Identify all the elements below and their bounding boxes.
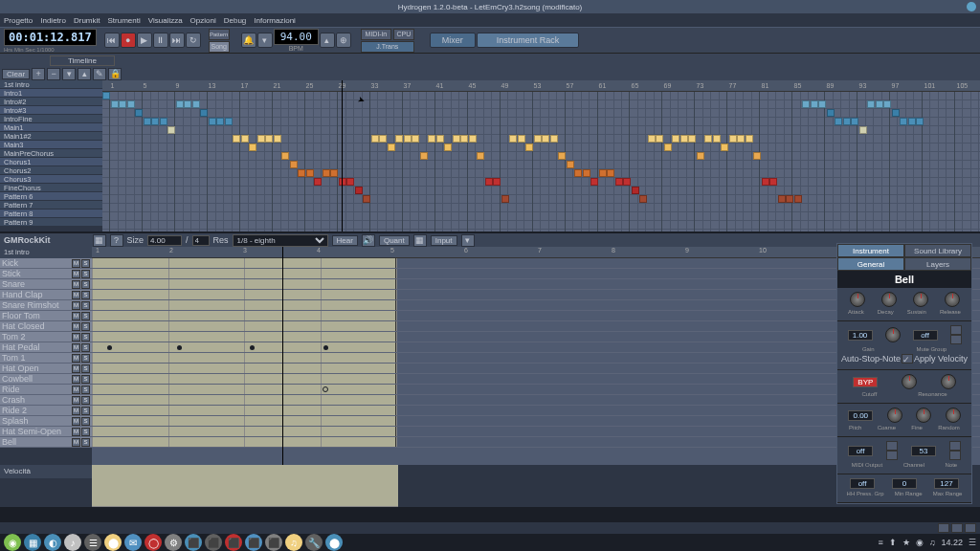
auto-stop-checkbox[interactable]: ✓ [902, 354, 913, 364]
add-pattern-button[interactable]: + [32, 68, 45, 80]
song-cell[interactable] [827, 109, 835, 117]
song-cell[interactable] [225, 118, 233, 125]
taskbar-app-icon[interactable]: ⬛ [205, 534, 222, 551]
play-button[interactable]: ▶ [137, 33, 152, 48]
bpm-up-button[interactable]: ▴ [320, 33, 335, 48]
song-cell[interactable] [802, 100, 810, 108]
pattern-row[interactable]: Main3 [0, 141, 102, 149]
pattern-row[interactable]: Main1 [0, 123, 102, 132]
sustain-knob[interactable] [913, 292, 928, 307]
instrument-row[interactable]: SplashMS [0, 416, 92, 427]
mute-group-up[interactable] [950, 325, 962, 335]
song-cell[interactable] [200, 109, 208, 117]
size-input[interactable] [147, 235, 182, 246]
tray-menu-icon[interactable]: ☰ [969, 538, 976, 547]
taskbar-app-icon[interactable]: ♫ [285, 534, 302, 551]
song-cell[interactable] [501, 195, 509, 203]
input-button[interactable]: Input [431, 235, 457, 246]
resolution-select[interactable]: 1/8 - eighth [233, 234, 328, 247]
pattern-note[interactable] [177, 345, 182, 350]
taskbar-app-icon[interactable]: 🔧 [305, 534, 323, 551]
song-cell[interactable] [615, 178, 623, 186]
song-cell[interactable] [534, 135, 542, 143]
song-cell[interactable] [257, 135, 265, 143]
song-cell[interactable] [339, 178, 346, 186]
taskbar-app-icon[interactable]: ⬛ [185, 534, 202, 551]
tray-icon[interactable]: ⬆ [889, 538, 897, 547]
song-cell[interactable] [786, 195, 793, 203]
song-cell[interactable] [859, 126, 867, 134]
taskbar-app-icon[interactable]: ◐ [44, 534, 61, 551]
midi-out-value[interactable]: off [848, 446, 873, 456]
song-cell[interactable] [908, 118, 916, 125]
song-cell[interactable] [371, 135, 379, 143]
song-cell[interactable] [656, 135, 663, 143]
instrument-row[interactable]: CowbellMS [0, 374, 92, 385]
song-cell[interactable] [290, 161, 298, 168]
song-cell[interactable] [135, 109, 143, 117]
size-beats-input[interactable] [192, 235, 210, 246]
song-cell[interactable] [314, 178, 322, 186]
instrument-row[interactable]: Tom 1MS [0, 353, 92, 364]
solo-button[interactable]: S [81, 301, 90, 310]
song-cell[interactable] [274, 135, 281, 143]
song-cell[interactable] [818, 100, 826, 108]
instrument-row[interactable]: Hat PedalMS [0, 342, 92, 353]
song-cell[interactable] [160, 118, 167, 125]
song-cell[interactable] [648, 135, 656, 143]
song-cell[interactable] [680, 135, 688, 143]
song-cell[interactable] [574, 169, 582, 177]
random-knob[interactable] [946, 408, 961, 423]
song-cell[interactable] [664, 143, 672, 151]
song-cell[interactable] [395, 135, 403, 143]
menu-options[interactable]: Opzioni [190, 16, 216, 25]
solo-button[interactable]: S [81, 428, 90, 436]
mute-group-value[interactable]: off [913, 330, 938, 341]
song-cell[interactable] [453, 135, 460, 143]
song-cell[interactable] [477, 152, 484, 160]
solo-button[interactable]: S [81, 291, 90, 299]
taskbar-app-icon[interactable]: ⬤ [325, 534, 343, 551]
song-cell[interactable] [567, 161, 574, 168]
song-cell[interactable] [306, 169, 314, 177]
song-cell[interactable] [778, 195, 786, 203]
hear-button[interactable]: Hear [332, 235, 358, 246]
solo-button[interactable]: S [81, 438, 90, 447]
bypass-button[interactable]: BYP [853, 377, 878, 387]
song-cell[interactable] [363, 195, 370, 203]
move-down-button[interactable]: ▾ [62, 68, 76, 80]
song-cell[interactable] [281, 152, 289, 160]
instrument-row[interactable]: Ride 2MS [0, 406, 92, 416]
taskbar-app-icon[interactable]: ⬛ [265, 534, 282, 551]
instrument-row[interactable]: BellMS [0, 437, 92, 448]
lock-button[interactable]: 🔒 [108, 68, 122, 80]
song-cell[interactable] [753, 152, 761, 160]
song-cell[interactable] [916, 118, 924, 125]
max-range-value[interactable]: 127 [934, 478, 959, 489]
song-ruler[interactable]: 1591317212529333741454953576165697377818… [102, 80, 980, 92]
song-cell[interactable] [876, 100, 883, 108]
instrument-row[interactable]: Floor TomMS [0, 311, 92, 321]
song-cell[interactable] [583, 169, 590, 177]
song-cell[interactable] [460, 135, 468, 143]
tap-button[interactable]: ⊕ [336, 33, 351, 48]
song-cell[interactable] [436, 135, 444, 143]
solo-button[interactable]: S [81, 354, 90, 363]
layers-tab[interactable]: Layers [904, 257, 971, 271]
song-cell[interactable] [542, 135, 549, 143]
jack-transport-button[interactable]: J.Trans [361, 41, 414, 53]
pattern-row[interactable]: IntroFine [0, 115, 102, 123]
taskbar-app-icon[interactable]: ⬤ [104, 534, 122, 551]
solo-button[interactable]: S [81, 396, 90, 405]
song-cell[interactable] [144, 118, 151, 125]
hh-group-value[interactable]: off [850, 478, 875, 489]
resonance-knob[interactable] [941, 374, 956, 389]
solo-button[interactable]: S [81, 333, 90, 342]
mute-button[interactable]: M [72, 322, 80, 331]
solo-button[interactable]: S [81, 270, 90, 278]
sound-library-tab[interactable]: Sound Library [904, 244, 971, 257]
song-cell[interactable] [737, 135, 745, 143]
decay-knob[interactable] [881, 292, 897, 307]
pattern-row[interactable]: Pattern 6 [0, 192, 102, 201]
record-button[interactable]: ● [121, 33, 136, 48]
